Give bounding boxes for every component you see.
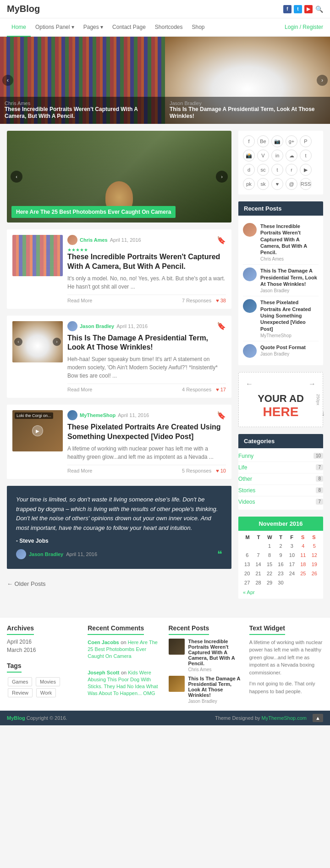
cal-day-16[interactable]: 16: [275, 560, 286, 568]
social-gplus-icon[interactable]: g+: [286, 135, 297, 147]
cal-day-9[interactable]: 9: [275, 551, 286, 559]
cal-day-19[interactable]: 19: [309, 560, 319, 568]
cal-day-3[interactable]: 3: [287, 542, 297, 550]
cat-item-stories[interactable]: Stories 8: [238, 485, 323, 496]
cal-day-21[interactable]: 21: [253, 569, 263, 578]
social-be-icon[interactable]: Be: [257, 135, 269, 147]
nav-home[interactable]: Home: [7, 18, 31, 37]
thumb-next-2[interactable]: ›: [53, 338, 61, 346]
play-button-3[interactable]: ▶: [32, 425, 43, 436]
rp-title-4[interactable]: Quote Post Format: [260, 344, 319, 351]
read-more-2[interactable]: Read More: [67, 387, 92, 392]
cal-day-23[interactable]: 23: [275, 569, 286, 578]
commenter-2[interactable]: Joseph Scott: [88, 670, 119, 675]
cal-day-17[interactable]: 17: [287, 560, 297, 568]
rp-title-2[interactable]: This Is The Damage A Presidential Term, …: [260, 267, 319, 287]
social-skype-icon[interactable]: sk: [257, 178, 269, 190]
cal-day-10[interactable]: 10: [287, 551, 297, 559]
twitter-icon[interactable]: t: [294, 5, 302, 13]
social-pocket-icon[interactable]: pk: [243, 178, 255, 190]
footer-rp-title-2[interactable]: This Is The Damage A Presidential Term, …: [188, 676, 242, 698]
quote-post-author[interactable]: Jason Bradley: [29, 551, 63, 557]
nav-contact[interactable]: Contact Page: [108, 18, 150, 36]
author-name-3[interactable]: MyThemeShop: [80, 412, 116, 418]
tag-games[interactable]: Games: [8, 677, 32, 686]
cal-day-4[interactable]: 4: [298, 542, 308, 550]
archive-march[interactable]: March 2016: [7, 647, 81, 653]
search-icon[interactable]: 🔍: [315, 5, 323, 13]
cal-day-14[interactable]: 14: [253, 560, 263, 568]
cal-day-18[interactable]: 18: [298, 560, 308, 568]
social-instagram-icon[interactable]: 📸: [243, 150, 255, 161]
social-reddit-icon[interactable]: r: [286, 164, 297, 176]
cal-day-6[interactable]: 6: [242, 551, 252, 559]
theme-credit-link[interactable]: MyThemeShop.com: [262, 715, 307, 721]
ad-widget[interactable]: ← → YOUR AD HERE 250px ↓: [238, 372, 323, 427]
cal-day-2[interactable]: 2: [275, 542, 286, 550]
cal-day-8[interactable]: 8: [264, 551, 275, 559]
bookmark-icon-1[interactable]: 🔖: [217, 236, 226, 245]
cat-item-life[interactable]: Life 7: [238, 462, 323, 473]
bookmark-icon-3[interactable]: 🔖: [217, 411, 226, 420]
social-tumblr-icon[interactable]: t: [271, 164, 283, 176]
site-logo[interactable]: MyBlog: [7, 4, 40, 14]
cal-day-5[interactable]: 5: [309, 542, 319, 550]
social-pinterest-icon[interactable]: P: [300, 135, 312, 147]
social-twitter-icon[interactable]: t: [300, 150, 312, 161]
social-delicious-icon[interactable]: d: [243, 164, 255, 176]
social-heart-icon[interactable]: ♥: [271, 178, 283, 190]
youtube-icon[interactable]: ▶: [304, 5, 313, 13]
cal-day-24[interactable]: 24: [287, 569, 297, 578]
social-vimeo-icon[interactable]: V: [257, 150, 269, 161]
login-link[interactable]: Login / Register: [285, 24, 323, 30]
scroll-top-btn[interactable]: ▲: [313, 714, 323, 722]
cal-day-7[interactable]: 7: [253, 551, 263, 559]
cal-day-1[interactable]: 1: [264, 542, 275, 550]
cal-day-11[interactable]: 11: [298, 551, 308, 559]
read-more-1[interactable]: Read More: [67, 298, 92, 303]
article-title-3[interactable]: These Pixelated Portraits Are Created Us…: [67, 423, 226, 442]
older-posts-label[interactable]: ← Older Posts: [7, 580, 46, 587]
author-name-1[interactable]: Chris Ames: [80, 237, 108, 243]
featured-post[interactable]: ‹ › Here Are The 25 Best Photobombs Ever…: [7, 131, 231, 223]
article-title-2[interactable]: This Is The Damage A Presidential Term, …: [67, 334, 226, 353]
cal-day-25[interactable]: 25: [298, 569, 308, 578]
thumb-prev-2[interactable]: ‹: [14, 338, 22, 346]
nav-shop[interactable]: Shop: [187, 18, 209, 36]
rp-title-3[interactable]: These Pixelated Portraits Are Created Us…: [260, 299, 319, 332]
archive-april[interactable]: April 2016: [7, 639, 81, 645]
featured-prev-button[interactable]: ‹: [11, 171, 22, 183]
social-soundcloud-icon[interactable]: sc: [257, 164, 269, 176]
cat-item-videos[interactable]: Videos 7: [238, 496, 323, 507]
slider-next-button[interactable]: ›: [317, 75, 328, 86]
older-posts[interactable]: ← Older Posts: [7, 576, 231, 592]
cal-day-15[interactable]: 15: [264, 560, 275, 568]
cal-day-28[interactable]: 28: [253, 579, 263, 587]
nav-shortcodes[interactable]: Shortcodes: [150, 18, 187, 36]
cal-day-30[interactable]: 30: [275, 579, 286, 587]
cat-item-other[interactable]: Other 8: [238, 473, 323, 485]
cal-day-26[interactable]: 26: [309, 569, 319, 578]
social-linkedin-icon[interactable]: in: [271, 150, 283, 161]
tag-movies[interactable]: Movies: [36, 677, 60, 686]
tag-work[interactable]: Work: [36, 688, 56, 697]
social-rss-icon[interactable]: RSS: [300, 178, 312, 190]
nav-options[interactable]: Options Panel ▾: [31, 18, 79, 36]
cal-day-22[interactable]: 22: [264, 569, 275, 578]
social-email-icon[interactable]: @: [286, 178, 297, 190]
slider-prev-button[interactable]: ‹: [2, 75, 13, 86]
article-title-1[interactable]: These Incredible Portraits Weren't Captu…: [67, 252, 226, 272]
author-name-2[interactable]: Jason Bradley: [80, 323, 114, 329]
bookmark-icon-2[interactable]: 🔖: [217, 322, 226, 330]
commenter-1[interactable]: Coen Jacobs: [88, 640, 119, 645]
tag-review[interactable]: Review: [8, 688, 33, 697]
cal-day-12[interactable]: 12: [309, 551, 319, 559]
social-camera-icon[interactable]: 📷: [271, 135, 283, 147]
rp-title-1[interactable]: These Incredible Portraits Weren't Captu…: [260, 223, 319, 256]
cal-day-20[interactable]: 20: [242, 569, 252, 578]
cal-day-27[interactable]: 27: [242, 579, 252, 587]
cat-item-funny[interactable]: Funny 10: [238, 451, 323, 462]
read-more-3[interactable]: Read More: [67, 468, 92, 473]
footer-rp-title-1[interactable]: These Incredible Portraits Weren't Captu…: [188, 639, 242, 666]
nav-pages[interactable]: Pages ▾: [79, 18, 108, 36]
